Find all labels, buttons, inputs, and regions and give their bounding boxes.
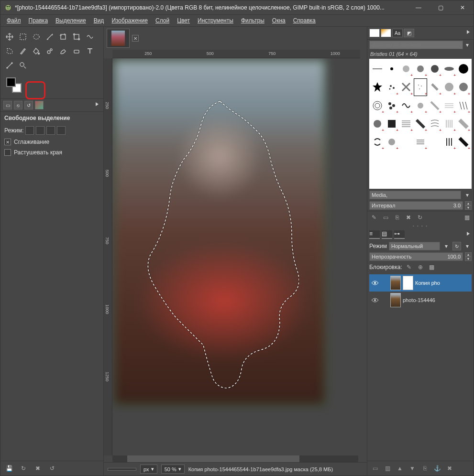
maximize-button[interactable]: ▢: [430, 0, 452, 15]
close-button[interactable]: ✕: [452, 0, 474, 15]
tool-text[interactable]: [85, 46, 95, 56]
dock-menu-icon[interactable]: [465, 230, 472, 237]
tab-layers[interactable]: ≡: [369, 230, 380, 239]
tool-rect-select[interactable]: [18, 32, 28, 42]
edit-brush-icon[interactable]: ✎: [369, 213, 379, 222]
menu-tools[interactable]: Инструменты: [194, 16, 237, 25]
unit-selector[interactable]: px ▾: [140, 465, 157, 474]
tab-paths[interactable]: ⊶: [394, 230, 405, 239]
visibility-icon[interactable]: [370, 297, 380, 303]
tab-images[interactable]: [35, 101, 44, 109]
antialias-checkbox[interactable]: ✕: [4, 139, 11, 145]
brush-grid[interactable]: + + + + + + + + + + + + + + + + + + +: [369, 59, 472, 189]
tab-device[interactable]: ⎋: [14, 101, 22, 109]
tab-tool-options[interactable]: ▭: [3, 101, 12, 109]
interval-spinner[interactable]: ▲▼: [465, 201, 472, 210]
visibility-icon[interactable]: [370, 280, 380, 286]
mode-subtract[interactable]: [46, 126, 55, 135]
layer-item[interactable]: photo-154446: [369, 292, 472, 309]
feather-checkbox[interactable]: [4, 149, 11, 156]
scroll-horizontal[interactable]: [112, 455, 358, 462]
merge-layer-icon[interactable]: ⚓: [432, 464, 442, 473]
menu-filters[interactable]: Фильтры: [238, 16, 268, 25]
tool-crop[interactable]: [58, 32, 68, 42]
mode-replace[interactable]: [25, 126, 34, 135]
tool-measure[interactable]: [4, 60, 15, 71]
new-layer-icon[interactable]: ▭: [370, 464, 380, 473]
del-layer-icon[interactable]: ✖: [445, 464, 454, 473]
tool-move[interactable]: [4, 32, 15, 42]
ruler-vertical[interactable]: 250 500 750 1000 1250: [104, 58, 112, 455]
tool-bucket[interactable]: [31, 46, 42, 56]
open-as-image-icon[interactable]: ▦: [462, 213, 472, 222]
tool-paintbrush[interactable]: [18, 46, 28, 56]
del-brush-icon[interactable]: ✖: [404, 213, 413, 222]
dock-menu-icon[interactable]: [94, 101, 100, 108]
media-dropdown-icon[interactable]: ▾: [463, 192, 472, 198]
scroll-thumb[interactable]: [127, 455, 299, 462]
tool-eraser[interactable]: [71, 46, 82, 56]
menu-view[interactable]: Вид: [90, 16, 108, 25]
dock-grip[interactable]: • • • •: [367, 224, 474, 228]
opacity-slider[interactable]: Непрозрачность100,0: [369, 252, 463, 261]
layer-switch-icon[interactable]: ↻: [452, 242, 461, 250]
image-tab[interactable]: ✕: [107, 29, 130, 48]
restore-preset-icon[interactable]: ↻: [19, 464, 28, 473]
tool-transform[interactable]: [71, 32, 82, 42]
menu-image[interactable]: Изображение: [108, 16, 151, 25]
tool-clone[interactable]: [44, 46, 55, 56]
layer-up-icon[interactable]: ▲: [395, 464, 405, 473]
lock-pixels-icon[interactable]: ✎: [404, 263, 414, 271]
refresh-brushes-icon[interactable]: ↻: [415, 213, 425, 222]
new-brush-icon[interactable]: ▭: [381, 213, 390, 222]
menu-edit[interactable]: Правка: [25, 16, 52, 25]
layer-item[interactable]: Копия pho: [369, 274, 472, 292]
tool-zoom[interactable]: [18, 60, 28, 71]
media-selector[interactable]: Media,: [369, 191, 461, 199]
color-selector[interactable]: [0, 76, 103, 98]
opacity-spinner[interactable]: ▲▼: [465, 252, 472, 261]
tool-warp[interactable]: [85, 32, 95, 42]
mode-add[interactable]: [36, 126, 44, 135]
ruler-horizontal[interactable]: 250 500 750 1000: [112, 50, 360, 58]
dup-layer-icon[interactable]: ⎘: [420, 464, 430, 473]
tab-history[interactable]: ◩: [404, 29, 414, 37]
canvas[interactable]: [112, 58, 367, 455]
new-group-icon[interactable]: ▥: [383, 464, 392, 473]
layer-mode-select[interactable]: Нормальный: [389, 242, 440, 250]
tool-paths[interactable]: [44, 32, 55, 42]
delete-preset-icon[interactable]: ✖: [33, 464, 43, 473]
layer-down-icon[interactable]: ▼: [408, 464, 417, 473]
reset-icon[interactable]: ↺: [47, 464, 57, 473]
tab-patterns[interactable]: [369, 29, 380, 37]
lock-position-icon[interactable]: ⊕: [416, 263, 425, 271]
menu-colors[interactable]: Цвет: [174, 16, 193, 25]
save-preset-icon[interactable]: 💾: [4, 464, 14, 473]
brush-filter-input[interactable]: [369, 41, 463, 49]
tab-channels[interactable]: ▤: [382, 230, 392, 239]
antialias-row[interactable]: ✕ Сглаживание: [0, 137, 103, 147]
menu-help[interactable]: Справка: [290, 16, 319, 25]
dup-brush-icon[interactable]: ⎘: [392, 213, 402, 222]
tab-fonts[interactable]: Aa: [392, 29, 403, 37]
image-tab-close-icon[interactable]: ✕: [132, 35, 139, 42]
filter-dropdown-icon[interactable]: ▾: [463, 41, 472, 49]
mode-dropdown-icon[interactable]: ▾: [442, 243, 451, 249]
menu-file[interactable]: Файл: [3, 16, 24, 25]
menu-select[interactable]: Выделение: [52, 16, 89, 25]
fg-color[interactable]: [6, 77, 16, 87]
tab-gradients[interactable]: [381, 29, 391, 37]
menu-windows[interactable]: Окна: [269, 16, 289, 25]
zoom-selector[interactable]: 50 % ▾: [161, 465, 185, 474]
interval-slider[interactable]: Интервал3.0: [369, 201, 463, 210]
tab-undo-history[interactable]: ↺: [24, 101, 33, 109]
feather-row[interactable]: Растушевать края: [0, 147, 103, 158]
minimize-button[interactable]: —: [408, 0, 430, 15]
lock-alpha-icon[interactable]: ▩: [427, 263, 437, 271]
tool-free-select[interactable]: [4, 46, 15, 56]
mode-intersect[interactable]: [57, 126, 66, 135]
tool-smudge[interactable]: [58, 46, 68, 56]
menu-layer[interactable]: Слой: [152, 16, 173, 25]
dock-menu-icon[interactable]: [465, 29, 472, 35]
tool-ellipse-select[interactable]: [31, 32, 42, 42]
